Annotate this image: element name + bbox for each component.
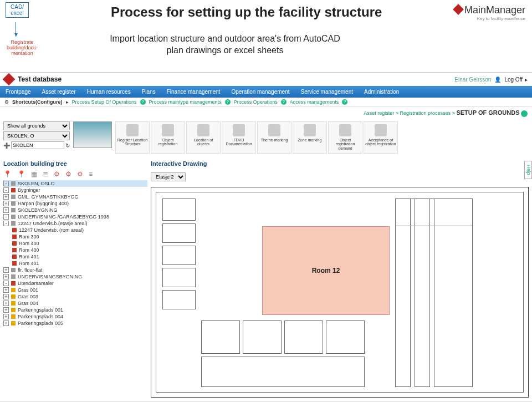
menu-plans[interactable]: Plans <box>136 86 161 98</box>
tree-node[interactable]: Rom 400 <box>3 247 147 253</box>
expand-icon[interactable]: + <box>3 314 9 319</box>
gear-icon[interactable]: ⚙ <box>4 99 9 105</box>
tree-node[interactable]: +Gras 001 <box>3 287 147 293</box>
help-badge-icon[interactable]: ? <box>281 99 287 105</box>
help-badge-icon[interactable]: ? <box>140 99 146 105</box>
tree-node[interactable]: +SKOLEBYGNING <box>3 207 147 213</box>
tile-acceptance[interactable]: Acceptance of object registration <box>364 121 398 154</box>
filter-school-locked[interactable] <box>11 141 64 149</box>
expand-icon[interactable]: + <box>3 294 9 299</box>
expand-icon[interactable]: - <box>3 181 9 186</box>
tile-object-registration[interactable]: Object registration <box>151 121 185 154</box>
pin-outline-icon[interactable]: 📍 <box>17 170 25 178</box>
corridor[interactable] <box>434 199 473 387</box>
expand-icon[interactable]: + <box>3 307 9 313</box>
menu-administration[interactable]: Administration <box>359 86 405 98</box>
room-box[interactable] <box>284 320 323 354</box>
room-box[interactable] <box>326 320 365 354</box>
tree-node[interactable]: -SKOLEN, OSLO <box>3 180 147 187</box>
filter-all-grounds[interactable]: Show all grounds <box>3 121 70 130</box>
gear-icon[interactable]: ⚙ <box>65 170 71 178</box>
expand-icon[interactable]: + <box>3 287 9 293</box>
menu-operation[interactable]: Operation management <box>226 86 295 98</box>
tree-node[interactable]: +Gras 003 <box>3 293 147 300</box>
gear-icon[interactable]: ⚙ <box>54 170 60 178</box>
tree-node[interactable]: Rom 400 <box>3 240 147 247</box>
floorplan-viewer[interactable]: Room 12 <box>151 187 529 398</box>
help-tab[interactable]: Help <box>524 161 532 179</box>
tile-registration-demand[interactable]: Object registration demand <box>328 121 362 154</box>
tree-node[interactable]: +Parkeringsplads 005 <box>3 320 147 327</box>
shortcut-item[interactable]: Process Setup Of Operations <box>72 99 137 105</box>
help-badge-icon[interactable]: ? <box>225 99 231 105</box>
tree-node[interactable]: 12247 Undervisb. (rom areal) <box>3 227 147 233</box>
tree-node[interactable]: +Parkeringsplads 001 <box>3 307 147 313</box>
refresh-icon[interactable]: ↻ <box>65 143 70 149</box>
tree-node[interactable]: Rom 401 <box>3 253 147 260</box>
corridor[interactable] <box>395 199 411 387</box>
menu-asset-register[interactable]: Asset register <box>37 86 81 98</box>
globe-icon[interactable] <box>521 110 528 117</box>
tile-location-objects[interactable]: Location of objects <box>186 121 221 154</box>
tile-register-location[interactable]: Register Location Structurs <box>115 121 150 154</box>
plus-icon[interactable]: ➕ <box>3 143 10 149</box>
columns-icon[interactable]: ▦ <box>31 170 37 178</box>
building-thumbnail[interactable] <box>73 121 112 148</box>
expand-icon[interactable]: - <box>3 281 9 286</box>
expand-icon[interactable]: + <box>3 194 9 200</box>
tree-node[interactable]: +flr. floor-flat <box>3 267 147 273</box>
tree-node[interactable]: +Gras 004 <box>3 300 147 307</box>
logoff-link[interactable]: Log Off <box>504 77 523 83</box>
room-box[interactable] <box>162 268 196 287</box>
menu-frontpage[interactable]: Frontpage <box>0 86 37 98</box>
gear-icon[interactable]: ⚙ <box>77 170 83 178</box>
menu-finance[interactable]: Finance management <box>161 86 226 98</box>
room-highlight[interactable]: Room 12 <box>262 226 390 315</box>
expand-icon[interactable]: - <box>3 187 9 193</box>
tree-node[interactable]: +UNDERVISNINGSBYGNING <box>3 273 147 280</box>
tile-fdvu[interactable]: FDVU Documentation <box>222 121 256 154</box>
tree-node[interactable]: +Harpan (byggning 400) <box>3 200 147 207</box>
room-box[interactable] <box>201 320 240 354</box>
tree-node[interactable]: +GML. GYMNASTIKKBYGG <box>3 194 147 200</box>
filter-school[interactable]: SKOLEN, O <box>3 131 70 140</box>
shortcut-item[interactable]: Process Operations <box>234 99 278 105</box>
tile-zone-marking[interactable]: Zone marking <box>293 121 327 154</box>
room-box[interactable] <box>162 223 196 243</box>
room-box[interactable] <box>201 357 365 387</box>
menu-service[interactable]: Service management <box>295 86 359 98</box>
menu-icon[interactable]: ≡ <box>89 170 93 178</box>
room-box[interactable] <box>162 199 196 221</box>
tile-theme-marking[interactable]: Theme marking <box>257 121 291 154</box>
menu-human-resources[interactable]: Human resources <box>81 86 136 98</box>
shortcut-item[interactable]: Process maintype managements <box>149 99 222 105</box>
expand-icon[interactable]: - <box>3 221 9 226</box>
list-icon[interactable]: ≣ <box>43 170 48 178</box>
room-box[interactable] <box>162 290 196 309</box>
expand-icon[interactable]: + <box>3 301 9 306</box>
expand-icon[interactable]: - <box>3 214 9 220</box>
tree-node[interactable]: +Parkeringsplads 004 <box>3 313 147 320</box>
tree-node[interactable]: -Utendørsarealer <box>3 280 147 287</box>
tree-node[interactable]: -UNDERVISNING-/GARASJEBYGG 1998 <box>3 213 147 220</box>
room-box[interactable] <box>395 199 473 226</box>
tree-node[interactable]: -Bygninger <box>3 187 147 194</box>
location-tree[interactable]: -SKOLEN, OSLO-Bygninger+GML. GYMNASTIKKB… <box>3 180 147 327</box>
expand-icon[interactable]: + <box>3 207 9 213</box>
help-badge-icon[interactable]: ? <box>342 99 347 105</box>
expand-icon[interactable]: + <box>3 267 9 273</box>
shortcut-item[interactable]: Access managements <box>290 99 339 105</box>
pin-icon[interactable]: 📍 <box>3 170 12 178</box>
corridor[interactable] <box>415 199 430 387</box>
dropdown-icon[interactable]: ▸ <box>525 77 528 83</box>
expand-icon[interactable]: + <box>3 201 9 206</box>
shortcuts-label[interactable]: Shortcuts(Configure) <box>12 99 63 105</box>
floor-select[interactable]: Etasje 2 <box>151 172 186 181</box>
expand-icon[interactable]: + <box>3 274 9 279</box>
breadcrumb-part[interactable]: Asset register <box>364 110 394 116</box>
tree-node[interactable]: -12247 Undervis.b.(etasje areal) <box>3 220 147 227</box>
room-box[interactable] <box>243 320 282 354</box>
expand-icon[interactable]: + <box>3 320 9 326</box>
tree-node[interactable]: Rom 300 <box>3 233 147 240</box>
room-box[interactable] <box>162 246 196 265</box>
